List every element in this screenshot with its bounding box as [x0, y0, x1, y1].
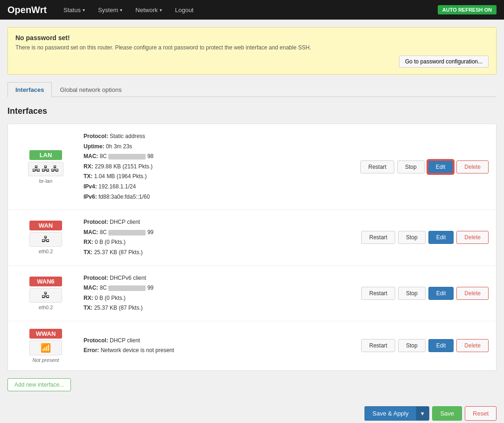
- iface-icon-wwan: 📶: [29, 340, 62, 355]
- save-apply-caret-button[interactable]: ▾: [416, 406, 429, 421]
- iface-actions-lan: Restart Stop Edit Delete: [339, 160, 489, 174]
- reset-button[interactable]: Reset: [465, 406, 497, 421]
- uptime-label: Uptime:: [84, 143, 105, 150]
- edit-button-wan6[interactable]: Edit: [428, 287, 454, 300]
- nav-system[interactable]: System ▾: [92, 3, 128, 17]
- iface-not-present-wwan: Not present: [33, 357, 59, 363]
- mac-masked-wan6: [108, 285, 146, 291]
- edit-button-wwan[interactable]: Edit: [428, 339, 454, 352]
- iface-sub-label-wan6: eth0.2: [39, 305, 53, 310]
- nav-network[interactable]: Network ▾: [130, 3, 168, 17]
- interface-row-wan6: WAN6 🖧 eth0.2 Protocol: DHCPv6 client MA…: [8, 266, 496, 321]
- iface-badge-wwan: WWAN: [29, 329, 63, 339]
- iface-sub-label-wan: eth0.2: [39, 249, 53, 254]
- ipv6-label: IPv6:: [84, 194, 97, 200]
- interface-row-wan: WAN 🖧 eth0.2 Protocol: DHCP client MAC: …: [8, 210, 496, 265]
- mac-masked: [108, 154, 146, 159]
- tx-value: 1.04 MB (1964 Pkts.): [94, 173, 147, 180]
- iface-actions-wan: Restart Stop Edit Delete: [339, 231, 489, 244]
- warning-message: There is no password set on this router.…: [15, 44, 489, 51]
- iface-badge-wan: WAN: [29, 221, 62, 230]
- brand: OpenWrt: [7, 5, 47, 15]
- network-icon: 🖧: [32, 164, 41, 174]
- edit-button-wan[interactable]: Edit: [428, 231, 454, 244]
- section-title: Interfaces: [7, 106, 497, 116]
- save-apply-group: Save & Apply ▾: [364, 406, 429, 421]
- iface-actions-wan6: Restart Stop Edit Delete: [339, 287, 489, 300]
- stop-button-wan6[interactable]: Stop: [398, 287, 426, 300]
- delete-button-wwan[interactable]: Delete: [456, 339, 489, 352]
- stop-button-wan[interactable]: Stop: [398, 231, 426, 244]
- iface-info-wan: Protocol: DHCP client MAC: 8C 99 RX: 0 B…: [84, 217, 332, 257]
- warning-title: No password set!: [15, 34, 489, 42]
- rx-label: RX:: [84, 163, 93, 170]
- restart-button-wan6[interactable]: Restart: [361, 287, 395, 300]
- iface-info-wan6: Protocol: DHCPv6 client MAC: 8C 99 RX: 0…: [84, 273, 332, 313]
- navbar-menu: Status ▾ System ▾ Network ▾ Logout: [58, 3, 438, 17]
- ipv4-label: IPv4:: [84, 183, 97, 190]
- iface-badge-area-wan6: WAN6 🖧 eth0.2: [15, 277, 76, 310]
- delete-button-wan[interactable]: Delete: [456, 231, 489, 244]
- tab-global-network-options[interactable]: Global network options: [52, 82, 129, 97]
- nav-logout[interactable]: Logout: [169, 3, 199, 17]
- rx-value: 229.88 KB (2151 Pkts.): [95, 163, 153, 170]
- add-interface-button[interactable]: Add new interface...: [7, 378, 71, 391]
- stop-button-lan[interactable]: Stop: [397, 160, 425, 173]
- iface-badge-lan: LAN: [29, 150, 62, 160]
- iface-icon-wan: 🖧: [29, 232, 62, 247]
- auto-refresh-badge[interactable]: AUTO REFRESH ON: [438, 5, 497, 14]
- warning-box: No password set! There is no password se…: [7, 27, 497, 75]
- network-icon-3: 🖧: [51, 164, 59, 174]
- edit-button-lan[interactable]: Edit: [427, 160, 454, 174]
- restart-button-wan[interactable]: Restart: [361, 231, 395, 244]
- navbar: OpenWrt Status ▾ System ▾ Network ▾ Logo…: [0, 0, 504, 20]
- iface-info-wwan: Protocol: DHCP client Error: Network dev…: [84, 336, 332, 356]
- network-icon-2: 🖧: [42, 164, 50, 174]
- wireless-icon-wwan: 📶: [41, 343, 51, 353]
- tx-label: TX:: [84, 173, 92, 180]
- restart-button-lan[interactable]: Restart: [360, 160, 394, 173]
- iface-info-lan: Protocol: Static address Uptime: 0h 3m 2…: [84, 132, 332, 202]
- iface-badge-area-lan: LAN 🖧 🖧 🖧 br-lan: [15, 150, 76, 184]
- network-icon-wan: 🖧: [42, 235, 50, 244]
- chevron-down-icon: ▾: [83, 7, 85, 13]
- iface-icon-wan6: 🖧: [29, 288, 62, 303]
- interfaces-container: LAN 🖧 🖧 🖧 br-lan Protocol: Static addres…: [7, 124, 497, 371]
- iface-sub-label-lan: br-lan: [39, 178, 52, 184]
- tab-interfaces[interactable]: Interfaces: [7, 82, 52, 97]
- uptime-value: 0h 3m 23s: [106, 143, 132, 150]
- bottom-bar: Save & Apply ▾ Save Reset: [7, 401, 497, 423]
- iface-badge-area-wan: WAN 🖧 eth0.2: [15, 221, 76, 254]
- chevron-down-icon: ▾: [160, 7, 162, 13]
- network-icon-wan6: 🖧: [42, 291, 50, 300]
- ipv4-value: 192.168.1.1/24: [98, 183, 136, 190]
- chevron-down-icon: ▾: [120, 7, 122, 13]
- delete-button-lan[interactable]: Delete: [456, 160, 489, 173]
- iface-icon-lan: 🖧 🖧 🖧: [28, 162, 63, 176]
- go-to-password-button[interactable]: Go to password configuration...: [399, 55, 489, 68]
- restart-button-wwan[interactable]: Restart: [361, 339, 395, 352]
- mac-masked-wan: [108, 230, 146, 236]
- tabs-container: Interfaces Global network options: [7, 82, 497, 97]
- main-content: No password set! There is no password se…: [0, 20, 504, 423]
- protocol-label: Protocol:: [84, 133, 108, 139]
- iface-actions-wwan: Restart Stop Edit Delete: [339, 339, 489, 352]
- nav-status[interactable]: Status ▾: [58, 3, 91, 17]
- stop-button-wwan[interactable]: Stop: [398, 339, 426, 352]
- protocol-value: Static address: [110, 133, 145, 139]
- interface-row-wwan: WWAN 📶 Not present Protocol: DHCP client…: [8, 321, 496, 370]
- mac-label: MAC:: [84, 153, 98, 159]
- iface-badge-area-wwan: WWAN 📶 Not present: [15, 329, 76, 363]
- iface-badge-wan6: WAN6: [29, 277, 62, 286]
- save-button[interactable]: Save: [432, 406, 462, 421]
- interface-row-lan: LAN 🖧 🖧 🖧 br-lan Protocol: Static addres…: [8, 124, 496, 210]
- save-apply-button[interactable]: Save & Apply: [364, 406, 416, 421]
- ipv6-value: fd88:3a0e:fda5::1/60: [98, 194, 150, 200]
- delete-button-wan6[interactable]: Delete: [456, 287, 489, 300]
